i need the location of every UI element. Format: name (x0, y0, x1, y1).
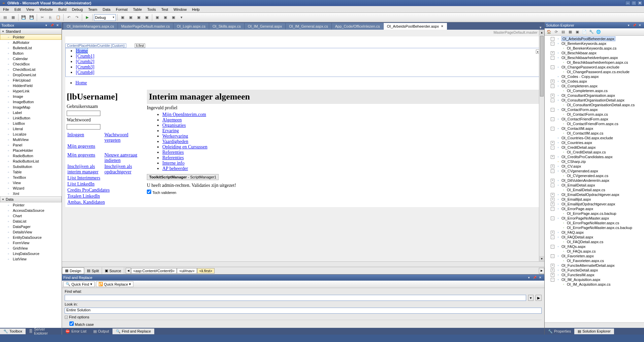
sol-tb-4[interactable]: ▦ (567, 29, 574, 35)
tree-item[interactable]: ▫OI_Codes - Copy.aspx (545, 74, 643, 79)
menu-format[interactable]: Format (114, 7, 129, 12)
tree-expand-icon[interactable]: + (551, 155, 554, 159)
path-seg-3[interactable]: <li.first> (197, 268, 215, 274)
doc-tab[interactable]: OI_Skills.aspx.cs (209, 23, 244, 30)
solution-hscrollbar[interactable] (545, 322, 644, 328)
tree-expand-icon[interactable]: + (551, 94, 554, 97)
tree-expand-icon[interactable]: - (551, 56, 554, 60)
solution-dropdown-icon[interactable]: ▾ (626, 23, 631, 28)
tree-item[interactable]: +▫OI_ConsultantOrganisation.aspx (545, 93, 643, 98)
toolbox-item-panel[interactable]: ▫Panel (0, 142, 62, 148)
tree-item[interactable]: +▫OI_Countries.aspx (545, 140, 643, 145)
crumb-link[interactable]: [Crumb4] (76, 70, 94, 75)
toolbox-item-table[interactable]: ▫Table (0, 169, 62, 175)
profile-link[interactable]: Interne info (162, 161, 185, 166)
menu-debug[interactable]: Debug (70, 7, 84, 12)
error-list-tab[interactable]: ⛔ Error List (62, 329, 90, 334)
menu-table[interactable]: Table (131, 7, 143, 12)
tb-misc-2[interactable]: ▣ (127, 14, 134, 21)
find-dropdown-icon[interactable]: ▾ (526, 275, 532, 280)
toolbox-item-accessdatasource[interactable]: ▫AccessDataSource (0, 208, 62, 213)
crumb-link[interactable]: [Crumb2] (76, 59, 94, 64)
tree-item[interactable]: +▫OI_DitVuldenAnderenIn.aspx (545, 178, 643, 183)
tree-expand-icon[interactable]: + (551, 141, 554, 145)
toolbox-item-textbox[interactable]: ▫TextBox (0, 175, 62, 180)
toolbox-category-standard[interactable]: ▼Standard (0, 28, 62, 34)
toolbox-item-multiview[interactable]: ▫MultiView (0, 137, 62, 142)
tree-item[interactable]: -▫OI_BerekenKeywords.aspx (545, 41, 643, 46)
sol-tb-5[interactable]: ▣ (574, 29, 581, 35)
tree-item[interactable]: +▫OI_CV.aspx (545, 164, 643, 169)
tree-item[interactable]: +▫OI_EmailDetailOpdrachtgever.aspx (545, 192, 643, 197)
toolbox-item-substitution[interactable]: ▫Substitution (0, 164, 62, 169)
find-close-icon[interactable]: ✕ (538, 275, 543, 280)
toolbox-item-hyperlink[interactable]: ▫HyperLink (0, 88, 62, 94)
crumb-link[interactable]: [Crumb1] (76, 54, 94, 59)
tree-item[interactable]: ▫OI_BerekenKeywords.aspx.cs (545, 46, 643, 51)
find-dropdown-button[interactable]: ▾ (528, 295, 534, 301)
toolbox-item-dropdownlist[interactable]: ▫DropDownList (0, 72, 62, 78)
tree-expand-icon[interactable]: + (551, 268, 554, 272)
tree-item[interactable]: -▫OI_ContactIM.aspx (545, 126, 643, 131)
tree-item[interactable]: -▫OI_ContactFriendForm.aspx (545, 117, 643, 121)
tree-item[interactable]: ▫OI_FAQDetail.aspx.cs (545, 239, 643, 244)
toolbox-item-checkboxlist[interactable]: ▫CheckBoxList (0, 67, 62, 72)
tree-expand-icon[interactable]: + (551, 231, 554, 234)
solution-tree[interactable]: -▫OI_ArbeidsPoolBeheerder.aspx-▫OI_Berek… (545, 36, 644, 322)
toolbox-item-listbox[interactable]: ▫ListBox (0, 121, 62, 126)
link-lijst-interimmers[interactable]: Lijst Interimmers (67, 175, 100, 180)
tree-item[interactable]: -▫OI_ArbeidsPoolBeheerder.aspx (545, 36, 643, 41)
link-inloggen[interactable]: Inloggen (67, 132, 84, 137)
tb-misc-4[interactable]: ▣ (143, 14, 151, 21)
toolkit-script-manager[interactable]: ToolkitScriptManager - ScriptManager1 (147, 174, 219, 180)
find-pin-icon[interactable]: 📌 (532, 275, 537, 280)
link-mijn-gegevens[interactable]: Mijn gegevens (67, 144, 95, 149)
save-button[interactable]: 💾 (20, 14, 27, 21)
server-explorer-tab[interactable]: 🗄 Server Explorer (26, 326, 62, 335)
toolbox-item-pointer[interactable]: ▫Pointer (0, 34, 62, 40)
tree-item[interactable]: ▫OI_FAQs.aspx.cs (545, 249, 643, 254)
tree-expand-icon[interactable]: - (551, 254, 554, 258)
properties-tab[interactable]: 🔧 Properties (545, 329, 574, 334)
tree-expand-icon[interactable]: - (551, 278, 554, 282)
toolbox-item-datapager[interactable]: ▫DataPager (0, 224, 62, 229)
toolbox-item-placeholder[interactable]: ▫PlaceHolder (0, 148, 62, 153)
new-project-button[interactable]: ▤ (1, 14, 9, 21)
undo-button[interactable]: ↶ (65, 14, 72, 21)
tree-expand-icon[interactable]: - (551, 98, 554, 102)
path-prev[interactable]: ◀ (126, 268, 131, 274)
content-placeholder-crumble[interactable]: ContentPlaceHolderCrumble (Custom) li.fi… (65, 48, 541, 77)
link-inschrijven-im[interactable]: Inschrijven als interim manager (67, 164, 98, 174)
tree-expand-icon[interactable]: + (551, 273, 554, 277)
path-seg-1[interactable]: <asp:Content#Content9> (131, 268, 177, 274)
tree-expand-icon[interactable]: - (551, 146, 554, 149)
sol-tb-8[interactable]: 🌐 (595, 29, 602, 35)
sol-tb-6[interactable]: 📄 (581, 29, 588, 35)
solution-pin-icon[interactable]: 📌 (632, 23, 637, 28)
tb-misc-5[interactable]: ▣ (154, 14, 161, 21)
tb-misc-3[interactable]: ▣ (135, 14, 142, 21)
tree-item[interactable]: -▫OI_Completeren.aspx (545, 84, 643, 88)
menu-website[interactable]: Website (38, 7, 55, 12)
toolbox-item-radiobuttonlist[interactable]: ▫RadioButtonList (0, 159, 62, 164)
tree-item[interactable]: -▫OI_EmailDetail.aspx (545, 183, 643, 188)
tb-misc-1[interactable]: ▣ (119, 14, 126, 21)
toolbox-item-formview[interactable]: ▫FormView (0, 240, 62, 246)
tree-item[interactable]: ▫OI_ContactFriendForm.aspx.cs (545, 121, 643, 126)
tree-item[interactable]: -▫OI_ChangePassword.aspx.exclude (545, 65, 643, 69)
tab-close-icon[interactable]: ✕ (441, 25, 444, 28)
quick-replace-button[interactable]: 🔁 Quick Replace ▾ (96, 281, 134, 287)
tree-item[interactable]: ▫OI_CVgenerated.aspx.cs (545, 173, 643, 178)
tree-expand-icon[interactable]: - (551, 42, 554, 46)
home-link-2[interactable]: Home (75, 80, 87, 85)
menu-tools[interactable]: Tools (146, 7, 158, 12)
tb-misc-8[interactable]: ▾ (178, 14, 185, 21)
tb-misc-6[interactable]: ▣ (162, 14, 169, 21)
solution-close-icon[interactable]: ✕ (637, 23, 643, 28)
tree-item[interactable]: -▫OI_Favorieten.aspx (545, 254, 643, 258)
tree-item[interactable]: ▫OI_Countries-Old.aspx.exclude (545, 136, 643, 140)
tree-item[interactable]: ▫OI_Favorieten.aspx.cs (545, 258, 643, 263)
tree-expand-icon[interactable]: + (551, 51, 554, 55)
tree-item[interactable]: -▫OI_ErrorPage.aspx (545, 206, 643, 211)
toolbox-item-detailsview[interactable]: ▫DetailsView (0, 229, 62, 235)
